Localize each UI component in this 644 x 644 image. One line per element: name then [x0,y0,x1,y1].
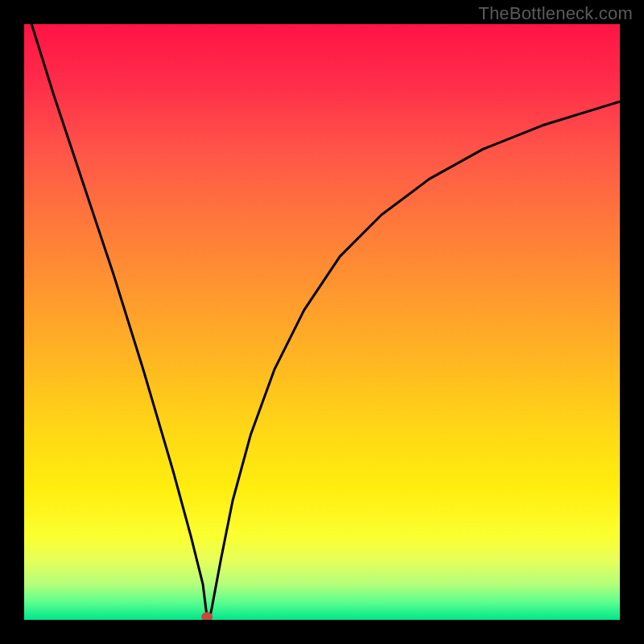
plot-area [24,24,620,620]
chart-container: TheBottleneck.com [0,0,644,644]
bottleneck-curve [24,24,620,618]
watermark-text: TheBottleneck.com [478,3,633,24]
curve-svg [24,24,620,620]
